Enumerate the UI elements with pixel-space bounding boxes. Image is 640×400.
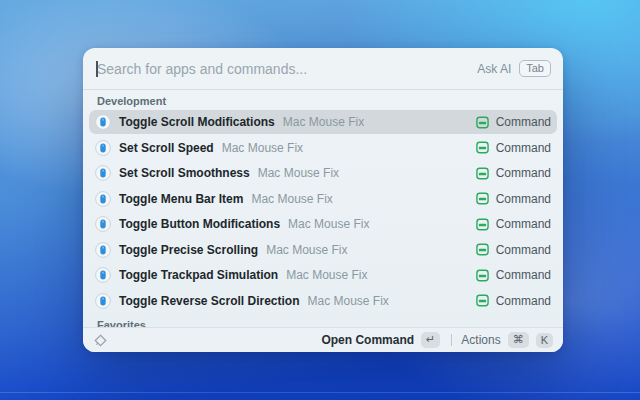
command-subtitle: Mac Mouse Fix <box>251 192 332 206</box>
k-key-badge: K <box>536 333 553 348</box>
command-window-icon <box>476 167 489 180</box>
footer-divider <box>451 334 452 346</box>
footer-bar: Open Command ↵ Actions ⌘ K <box>83 327 563 352</box>
command-type-label: Command <box>496 192 551 206</box>
command-type-label: Command <box>496 243 551 257</box>
raycast-logo-icon <box>93 333 108 348</box>
launcher-window: Ask AI Tab Development Toggle Scroll Mod… <box>83 48 563 352</box>
command-title: Toggle Precise Scrolling <box>119 243 258 257</box>
command-subtitle: Mac Mouse Fix <box>258 166 339 180</box>
command-type-label: Command <box>496 217 551 231</box>
command-window-icon <box>476 294 489 307</box>
command-type-label: Command <box>496 294 551 308</box>
list-item[interactable]: Toggle Menu Bar Item Mac Mouse Fix Comma… <box>89 187 557 211</box>
mouse-icon <box>95 267 111 283</box>
enter-key-badge: ↵ <box>421 332 440 348</box>
command-type-label: Command <box>496 115 551 129</box>
mouse-icon <box>95 165 111 181</box>
mouse-icon <box>95 242 111 258</box>
command-title: Set Scroll Speed <box>119 141 214 155</box>
command-title: Toggle Button Modifications <box>119 217 280 231</box>
list-item[interactable]: Toggle Precise Scrolling Mac Mouse Fix C… <box>89 238 557 262</box>
command-subtitle: Mac Mouse Fix <box>266 243 347 257</box>
command-type-label: Command <box>496 268 551 282</box>
cmd-key-badge: ⌘ <box>508 332 529 348</box>
mouse-icon <box>95 191 111 207</box>
command-window-icon <box>476 141 489 154</box>
search-bar: Ask AI Tab <box>83 48 563 90</box>
list-item[interactable]: Toggle Button Modifications Mac Mouse Fi… <box>89 212 557 236</box>
command-window-icon <box>476 192 489 205</box>
mouse-icon <box>95 216 111 232</box>
footer-actions-group: Open Command ↵ Actions ⌘ K <box>321 332 553 348</box>
search-input[interactable] <box>95 61 477 77</box>
section-header-favorites: Favorites <box>97 319 549 328</box>
list-item[interactable]: Toggle Reverse Scroll Direction Mac Mous… <box>89 289 557 313</box>
open-command-button[interactable]: Open Command <box>321 333 414 347</box>
command-window-icon <box>476 269 489 282</box>
results-list: Development Toggle Scroll Modifications … <box>83 90 563 327</box>
command-subtitle: Mac Mouse Fix <box>286 268 367 282</box>
tab-key-badge: Tab <box>519 60 551 77</box>
text-caret <box>96 61 98 77</box>
command-window-icon <box>476 218 489 231</box>
mouse-icon <box>95 293 111 309</box>
list-item[interactable]: Toggle Scroll Modifications Mac Mouse Fi… <box>89 110 557 134</box>
command-type-label: Command <box>496 141 551 155</box>
command-window-icon <box>476 243 489 256</box>
command-subtitle: Mac Mouse Fix <box>308 294 389 308</box>
list-item[interactable]: Set Scroll Smoothness Mac Mouse Fix Comm… <box>89 161 557 185</box>
command-type-label: Command <box>496 166 551 180</box>
actions-button[interactable]: Actions <box>461 333 500 347</box>
wallpaper-horizon-line <box>0 392 640 393</box>
command-subtitle: Mac Mouse Fix <box>222 141 303 155</box>
mouse-icon <box>95 140 111 156</box>
section-header-development: Development <box>97 95 549 108</box>
command-title: Toggle Reverse Scroll Direction <box>119 294 300 308</box>
command-window-icon <box>476 116 489 129</box>
command-title: Toggle Scroll Modifications <box>119 115 275 129</box>
command-title: Toggle Menu Bar Item <box>119 192 243 206</box>
command-subtitle: Mac Mouse Fix <box>283 115 364 129</box>
list-item[interactable]: Toggle Trackpad Simulation Mac Mouse Fix… <box>89 263 557 287</box>
command-subtitle: Mac Mouse Fix <box>288 217 369 231</box>
list-item[interactable]: Set Scroll Speed Mac Mouse Fix Command <box>89 136 557 160</box>
ask-ai-label: Ask AI <box>477 62 511 76</box>
command-title: Set Scroll Smoothness <box>119 166 250 180</box>
mouse-icon <box>95 114 111 130</box>
command-title: Toggle Trackpad Simulation <box>119 268 278 282</box>
